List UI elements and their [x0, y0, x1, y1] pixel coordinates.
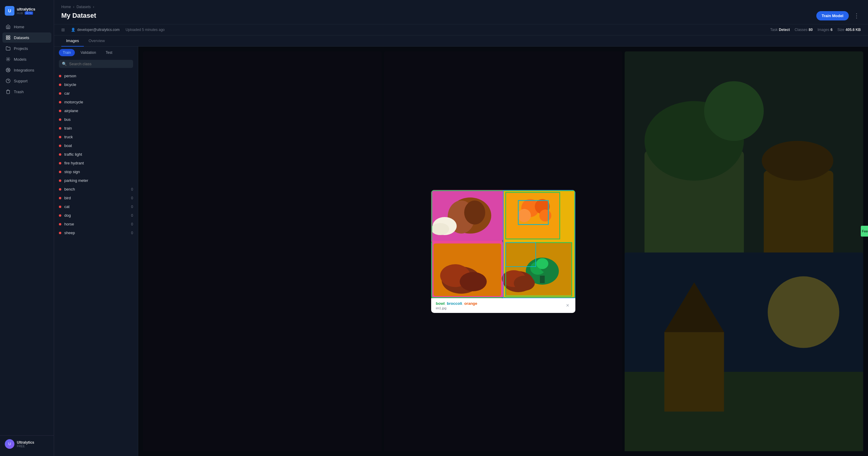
class-item[interactable]: cat 0 [54, 202, 138, 211]
class-item[interactable]: bench 0 [54, 185, 138, 193]
class-item[interactable]: bicycle [54, 80, 138, 89]
modal-close-button[interactable]: × [565, 301, 570, 310]
class-item[interactable]: dog 0 [54, 211, 138, 220]
class-dot [59, 84, 61, 86]
trash-icon [5, 89, 11, 94]
class-item[interactable]: car [54, 89, 138, 98]
class-count: 0 [131, 196, 133, 200]
modal-overlay[interactable]: bowl, broccoli, orange im1.jpg × [138, 47, 868, 456]
svg-rect-3 [6, 38, 8, 39]
stat-classes: Classes 80 [795, 28, 813, 32]
class-dot [59, 232, 61, 234]
stat-classes-value: 80 [809, 28, 813, 32]
user-icon: 👤 [71, 28, 75, 32]
feedback-tab[interactable]: Feedback [861, 226, 868, 237]
filter-validation[interactable]: Validation [76, 49, 100, 56]
svg-rect-38 [540, 276, 545, 283]
class-name: traffic light [64, 152, 133, 157]
beta-badge: BETA [25, 11, 33, 15]
class-item[interactable]: motorcycle [54, 98, 138, 107]
projects-icon [5, 46, 11, 51]
sidebar-item-models-label: Models [14, 57, 26, 62]
stat-size: Size 405.6 KB [837, 28, 861, 32]
search-input[interactable] [69, 62, 130, 66]
class-item[interactable]: sheep 0 [54, 229, 138, 237]
class-item[interactable]: parking meter [54, 176, 138, 185]
class-item[interactable]: fire hydrant [54, 159, 138, 168]
stat-task: Task Detect [770, 28, 789, 32]
class-item[interactable]: person [54, 71, 138, 80]
sidebar-item-datasets[interactable]: Datasets [2, 32, 51, 43]
class-item[interactable]: horse 0 [54, 220, 138, 229]
class-dot [59, 188, 61, 190]
tab-overview[interactable]: Overview [84, 35, 110, 47]
svg-point-45 [460, 272, 487, 291]
class-count: 0 [131, 213, 133, 218]
filter-test[interactable]: Test [102, 49, 116, 56]
class-item[interactable]: stop sign [54, 168, 138, 176]
class-dot [59, 153, 61, 156]
class-name: truck [64, 135, 133, 139]
sidebar-item-trash-label: Trash [14, 90, 24, 94]
class-item[interactable]: airplane [54, 107, 138, 115]
breadcrumb-home[interactable]: Home [61, 5, 71, 9]
class-item[interactable]: train [54, 124, 138, 132]
class-dot [59, 145, 61, 147]
page-header: Home › Datasets › My Dataset Train Model… [54, 0, 868, 24]
class-item[interactable]: truck [54, 132, 138, 141]
class-name: train [64, 126, 133, 130]
sidebar-item-trash[interactable]: Trash [2, 87, 51, 97]
dataset-user-email: developer@ultralytics.com [77, 28, 120, 32]
class-name: fire hydrant [64, 161, 133, 165]
filter-train[interactable]: Train [59, 49, 75, 56]
class-dot [59, 75, 61, 77]
page-title: My Dataset [61, 12, 96, 20]
class-item[interactable]: bus [54, 115, 138, 124]
sidebar-item-home[interactable]: Home [2, 22, 51, 32]
user-plan: FREE [17, 445, 34, 448]
datasets-icon [5, 35, 11, 40]
class-dot [59, 214, 61, 217]
class-name: sheep [64, 231, 131, 235]
class-dot [59, 162, 61, 164]
search-icon: 🔍 [62, 62, 67, 66]
breadcrumb-datasets[interactable]: Datasets [76, 5, 91, 9]
class-name: airplane [64, 109, 133, 113]
dataset-info-bar: ⊞ 👤 developer@ultralytics.com Uploaded 5… [54, 24, 868, 35]
tab-images[interactable]: Images [61, 35, 84, 47]
header-actions: Train Model ⋮ [816, 11, 861, 21]
train-model-button[interactable]: Train Model [816, 11, 849, 21]
class-dot [59, 118, 61, 121]
class-item[interactable]: boat [54, 141, 138, 150]
image-modal: bowl, broccoli, orange im1.jpg × [431, 190, 576, 313]
svg-point-37 [536, 258, 548, 269]
class-item[interactable]: bird 0 [54, 193, 138, 202]
svg-point-41 [514, 276, 535, 291]
class-name: bench [64, 187, 131, 191]
sidebar-item-support[interactable]: Support [2, 76, 51, 86]
grid-icon: ⊞ [61, 27, 65, 32]
class-name: dog [64, 213, 131, 218]
search-box: 🔍 [54, 59, 138, 71]
class-item[interactable]: traffic light [54, 150, 138, 159]
more-options-button[interactable]: ⋮ [852, 11, 861, 21]
sidebar-item-integrations[interactable]: Integrations [2, 65, 51, 75]
sidebar-item-projects[interactable]: Projects [2, 43, 51, 54]
class-count: 0 [131, 231, 133, 235]
modal-tags: bowl, broccoli, orange [436, 301, 477, 306]
modal-footer: bowl, broccoli, orange im1.jpg × [431, 298, 576, 313]
class-dot [59, 136, 61, 138]
class-name: car [64, 91, 133, 96]
breadcrumb-sep1: › [73, 5, 75, 9]
svg-point-29 [518, 209, 531, 222]
svg-rect-1 [8, 36, 10, 37]
class-name: parking meter [64, 178, 133, 183]
tag-bowl: bowl [436, 301, 445, 306]
class-dot [59, 171, 61, 173]
filter-tabs: Train Validation Test [54, 47, 138, 59]
tabs-row: Images Overview [54, 35, 868, 47]
tag-orange: orange [464, 301, 477, 306]
class-dot [59, 206, 61, 208]
sidebar-item-models[interactable]: Models [2, 54, 51, 64]
sidebar-bottom: U Ultralytics FREE [0, 435, 54, 452]
